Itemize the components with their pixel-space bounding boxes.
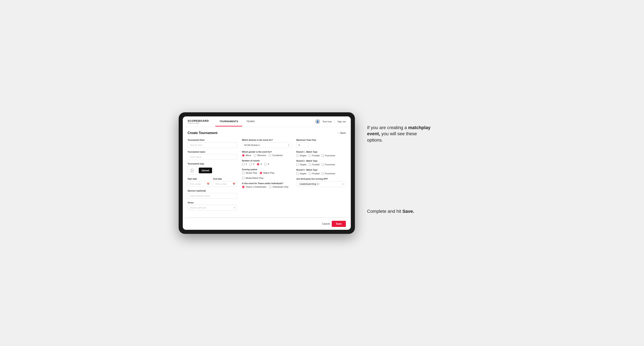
scoring-match[interactable]: Match Play (260, 172, 274, 174)
svg-point-1 (191, 170, 192, 170)
r1-fourball-label: Fourball (312, 155, 320, 157)
gender-womens-radio[interactable] (254, 154, 256, 157)
r3-fourball[interactable]: Fourball (308, 172, 320, 175)
r3-singles[interactable]: Singles (296, 172, 306, 175)
r1-singles-radio[interactable] (296, 154, 299, 157)
scoring-stroke[interactable]: Stroke Play (242, 172, 257, 174)
r1-foursomes[interactable]: Foursomes (322, 154, 335, 157)
teams-individuals-radio[interactable] (269, 185, 272, 188)
r1-foursomes-label: Foursomes (325, 155, 335, 157)
api-tag-text: Leaderboard King (300, 183, 316, 185)
teams-individuals[interactable]: Individuals Only (269, 185, 288, 188)
venue-select-wrapper: ▾ (188, 205, 237, 210)
max-team-group: Maximum Team Size (296, 139, 346, 148)
annotations: If you are creating a matchplay event, y… (367, 112, 433, 227)
cancel-button[interactable]: Cancel (322, 222, 330, 225)
host-input[interactable] (188, 142, 237, 148)
r2-singles-radio[interactable] (296, 163, 299, 166)
r3-fourball-radio[interactable] (308, 172, 311, 175)
api-tag-close-icon[interactable]: ✕ (317, 183, 318, 185)
round1-section: Round 1 - Match Type Singles Fourball (296, 151, 346, 157)
max-team-input[interactable] (296, 142, 308, 148)
r2-foursomes-radio[interactable] (322, 163, 324, 166)
upload-button[interactable]: Upload (199, 168, 212, 173)
sponsor-input[interactable] (188, 193, 237, 199)
round2-match-type: Singles Fourball Foursomes (296, 163, 346, 166)
col-right: Maximum Team Size Round 1 - Match Type S… (296, 139, 346, 213)
scoring-medal[interactable]: Medal Match Play (242, 177, 264, 179)
nav-bar: SCOREBOARD Powered by clippit TOURNAMENT… (183, 116, 351, 127)
teams-teams[interactable]: Teams (+Individuals) (242, 185, 266, 188)
signout-link[interactable]: Sign out (338, 120, 346, 123)
round-2[interactable]: 2 (249, 163, 254, 166)
gender-combined[interactable]: Combined (268, 154, 282, 157)
teams-teams-label: Teams (+Individuals) (246, 185, 266, 188)
api-select-wrapper[interactable]: Leaderboard King ✕ ▾ (296, 181, 346, 187)
division-group: Which division is the event for? NCAA Di… (242, 139, 291, 148)
logo-group: Tournament logo Upload (188, 163, 237, 175)
r2-singles[interactable]: Singles (296, 163, 306, 166)
round-1-radio[interactable] (242, 163, 245, 166)
max-team-label: Maximum Team Size (296, 139, 346, 141)
r1-singles[interactable]: Singles (296, 154, 306, 157)
r2-fourball[interactable]: Fourball (308, 163, 320, 166)
r2-foursomes[interactable]: Foursomes (322, 163, 335, 166)
r3-foursomes-radio[interactable] (322, 172, 324, 175)
logo-preview (188, 166, 197, 175)
start-date-input[interactable] (188, 181, 212, 187)
venue-group: Venue ▾ (188, 201, 237, 210)
scoring-group: Scoring system Stroke Play Match Play (242, 169, 291, 179)
save-button[interactable]: Save (332, 221, 346, 227)
r1-foursomes-radio[interactable] (322, 154, 324, 157)
round-4[interactable]: 4 (264, 163, 269, 166)
end-date-input[interactable] (213, 181, 237, 187)
gender-mens[interactable]: Mens (242, 154, 251, 157)
scoring-stroke-label: Stroke Play (246, 172, 257, 174)
form-grid: Tournament Host Tournament name Tourname… (188, 139, 346, 213)
r3-singles-radio[interactable] (296, 172, 299, 175)
round3-label: Round 3 - Match Type (296, 169, 346, 171)
r1-fourball-radio[interactable] (308, 154, 311, 157)
r2-fourball-radio[interactable] (308, 163, 311, 166)
start-date-group: Start date 📅 (188, 178, 212, 187)
teams-group: Is this event for Teams and/or Individua… (242, 182, 291, 188)
teams-individuals-label: Individuals Only (272, 185, 288, 188)
round-1[interactable]: 1 (242, 163, 247, 166)
scoring-match-radio[interactable] (260, 172, 262, 174)
scoring-medal-radio[interactable] (242, 177, 245, 179)
end-date-label: End date (213, 178, 237, 180)
back-button[interactable]: ← Back (337, 132, 346, 134)
r3-foursomes[interactable]: Foursomes (322, 172, 335, 175)
sponsor-group: Sponsor (optional) (188, 190, 237, 199)
nav-right: 👤 Test User | Sign out (315, 119, 346, 124)
round-3[interactable]: 3 (257, 163, 262, 166)
name-input[interactable] (188, 154, 237, 160)
tab-teams[interactable]: TEAMS (242, 117, 259, 127)
teams-teams-radio[interactable] (242, 185, 245, 188)
r1-fourball[interactable]: Fourball (308, 154, 320, 157)
round-3-radio[interactable] (257, 163, 260, 166)
round-2-radio[interactable] (249, 163, 252, 166)
r3-foursomes-label: Foursomes (325, 173, 335, 175)
scoring-stroke-radio[interactable] (242, 172, 245, 174)
division-label: Which division is the event for? (242, 139, 291, 141)
tab-tournaments[interactable]: TOURNAMENTS (215, 117, 242, 127)
venue-input[interactable] (188, 205, 237, 210)
round2-label: Round 2 - Match Type (296, 160, 346, 162)
end-date-wrapper: 📅 (213, 181, 237, 187)
form-footer: Cancel Save (183, 218, 351, 230)
logo-sub: Powered by clippit (188, 122, 209, 124)
round-3-label: 3 (260, 163, 262, 165)
nav-tabs: TOURNAMENTS TEAMS (215, 117, 315, 127)
main-content: Create Tournament ← Back Tournament Host… (183, 127, 351, 217)
gender-mens-radio[interactable] (242, 154, 245, 157)
round-4-radio[interactable] (264, 163, 267, 166)
round3-section: Round 3 - Match Type Singles Fourball (296, 169, 346, 175)
rounds-label: Number of rounds (242, 160, 291, 162)
user-name: Test User (322, 120, 332, 123)
gender-womens[interactable]: Womens (254, 154, 266, 157)
col-left: Tournament Host Tournament name Tourname… (188, 139, 237, 213)
round-4-label: 4 (268, 163, 269, 165)
division-select[interactable]: NCAA Division I (242, 142, 291, 148)
gender-combined-radio[interactable] (268, 154, 271, 157)
